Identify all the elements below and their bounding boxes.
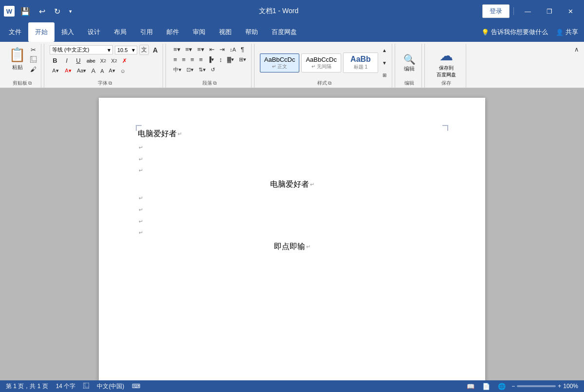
menu-help[interactable]: 帮助 bbox=[238, 22, 265, 42]
qat-customize-button[interactable]: ▾ bbox=[66, 7, 75, 16]
style-heading1[interactable]: AaBb 标题 1 bbox=[343, 53, 378, 73]
edit-button[interactable]: 🔍 编辑 bbox=[401, 52, 419, 74]
list-bullets-button[interactable]: ≡▾ bbox=[171, 45, 182, 54]
border-button[interactable]: ⊞▾ bbox=[237, 55, 248, 64]
menu-design[interactable]: 设计 bbox=[81, 22, 107, 42]
word-count: 14 个字 bbox=[56, 382, 76, 391]
paragraph-group: ≡▾ ≡▾ ≡▾ ⇤ ⇥ ↕A ¶ ≡ ≡ ≡ ≡ ▐▾ ↕ ▓▾ ⊞▾ bbox=[168, 44, 252, 88]
read-mode-button[interactable]: 📖 bbox=[465, 382, 476, 391]
para-border-button[interactable]: ⊡▾ bbox=[184, 66, 196, 74]
paste-icon: 📋 bbox=[9, 47, 26, 63]
font-case-button[interactable]: Aa▾ bbox=[75, 67, 88, 75]
ribbon-divider-2 bbox=[165, 44, 166, 88]
indent-increase-button[interactable]: ⇥ bbox=[218, 45, 227, 54]
zoom-slider[interactable] bbox=[517, 385, 556, 387]
print-layout-button[interactable]: 📄 bbox=[480, 382, 492, 391]
menu-layout[interactable]: 布局 bbox=[107, 22, 133, 42]
redo-button[interactable]: ↻ bbox=[51, 6, 63, 17]
menu-review[interactable]: 审阅 bbox=[186, 22, 212, 42]
style-normal[interactable]: AaBbCcDc ↵ 正文 bbox=[260, 53, 300, 72]
margin-corner-tr bbox=[442, 125, 448, 131]
rotate-button[interactable]: ↺ bbox=[209, 66, 217, 74]
menu-mailings[interactable]: 邮件 bbox=[160, 22, 186, 42]
align-right-button[interactable]: ≡ bbox=[188, 55, 196, 64]
wen-button[interactable]: 文 bbox=[139, 45, 149, 55]
menu-insert[interactable]: 插入 bbox=[55, 22, 81, 42]
font-size-increase[interactable]: A bbox=[89, 66, 97, 75]
copy-button[interactable]: ⿺ bbox=[29, 55, 38, 64]
share-button[interactable]: 👤 共享 bbox=[552, 22, 582, 42]
clear-format-button[interactable]: ✗ bbox=[120, 56, 129, 65]
text-color-button[interactable]: A▾ bbox=[62, 67, 74, 75]
word-icon: W bbox=[4, 6, 15, 17]
column-button[interactable]: ▐▾ bbox=[206, 55, 217, 64]
minimize-button[interactable]: — bbox=[518, 5, 538, 18]
language: 中文(中国) bbox=[97, 382, 124, 391]
tell-me-button[interactable]: 💡 告诉我你想要做什么 bbox=[477, 22, 552, 42]
shading-button[interactable]: ▓▾ bbox=[225, 55, 236, 64]
paste-button[interactable]: 📋 粘贴 bbox=[6, 45, 29, 73]
styles-scroll-up[interactable]: ▲ bbox=[380, 47, 389, 54]
italic-button[interactable]: I bbox=[61, 56, 72, 65]
quick-save-button[interactable]: 💾 bbox=[18, 6, 33, 17]
line-spacing-button[interactable]: ↕ bbox=[217, 55, 224, 64]
document-page[interactable]: 电脑爱好者 ↵ ↵ ↵ ↵ 电脑爱好者 ↵ ↵ ↵ bbox=[99, 98, 485, 380]
save-group: ☁ 保存到 百度网盘 保存 bbox=[427, 44, 466, 88]
menu-file[interactable]: 文件 bbox=[2, 22, 28, 42]
font-color2-button[interactable]: A▾ bbox=[107, 67, 117, 75]
style-heading1-label: 标题 1 bbox=[347, 64, 374, 71]
strikethrough-button[interactable]: abc bbox=[85, 57, 97, 65]
menu-home[interactable]: 开始 bbox=[28, 22, 55, 42]
font-size-arrow: ▾ bbox=[132, 47, 135, 53]
indent-decrease-button[interactable]: ⇤ bbox=[207, 45, 217, 54]
underline-button[interactable]: U bbox=[73, 56, 84, 65]
share-label: 共享 bbox=[566, 28, 578, 36]
menu-references[interactable]: 引用 bbox=[133, 22, 160, 42]
font-size-dropdown[interactable]: 10.5 ▾ bbox=[115, 46, 137, 54]
save-label: 保存到 百度网盘 bbox=[437, 65, 456, 78]
web-layout-button[interactable]: 🌐 bbox=[496, 382, 508, 391]
clipboard-expand-icon[interactable]: ⧉ bbox=[28, 80, 32, 86]
login-button[interactable]: 登录 bbox=[482, 4, 510, 18]
restore-button[interactable]: ❐ bbox=[540, 5, 559, 18]
font-A-button[interactable]: A bbox=[151, 45, 160, 55]
style-no-spacing[interactable]: AaBbCcDc ↵ 无间隔 bbox=[301, 53, 341, 72]
sort-button[interactable]: ↕A bbox=[228, 46, 238, 53]
ribbon-divider-1 bbox=[44, 44, 44, 88]
font-size-decrease[interactable]: A bbox=[98, 67, 106, 75]
doc-text-1: 电脑爱好者 bbox=[138, 127, 177, 141]
doc-line-2: ↵ bbox=[138, 143, 446, 153]
edit-label-group: 编辑 bbox=[404, 80, 414, 87]
search-icon: 🔍 bbox=[403, 53, 416, 65]
menu-baidu[interactable]: 百度网盘 bbox=[265, 22, 304, 42]
font-expand-icon[interactable]: ⧉ bbox=[109, 80, 112, 86]
undo-button[interactable]: ↩ bbox=[36, 6, 48, 17]
emoji-button[interactable]: ☺ bbox=[118, 67, 128, 75]
align-justify-button[interactable]: ≡ bbox=[197, 55, 205, 64]
cut-button[interactable]: ✂ bbox=[29, 46, 38, 54]
text-direction-button[interactable]: ⇅▾ bbox=[197, 66, 208, 74]
styles-scroll-down[interactable]: ▼ bbox=[380, 59, 389, 67]
font-size-value: 10.5 bbox=[117, 47, 128, 53]
subscript-button[interactable]: X2 bbox=[98, 57, 108, 65]
show-marks-button[interactable]: ¶ bbox=[239, 45, 246, 54]
superscript-button[interactable]: X2 bbox=[109, 57, 119, 65]
format-painter-button[interactable]: 🖌 bbox=[29, 65, 38, 73]
close-button[interactable]: ✕ bbox=[561, 5, 580, 18]
title-bar-center: 文档1 - Word bbox=[259, 7, 298, 16]
menu-view[interactable]: 视图 bbox=[212, 22, 238, 42]
styles-more[interactable]: ⊞ bbox=[380, 71, 389, 79]
multilevel-list-button[interactable]: ≡▾ bbox=[195, 45, 206, 54]
chinese-layout-button[interactable]: 中▾ bbox=[171, 65, 183, 74]
font-family-dropdown[interactable]: 等线 (中文正文) ▾ bbox=[50, 45, 113, 54]
paragraph-expand-icon[interactable]: ⧉ bbox=[213, 80, 217, 86]
collapse-ribbon-button[interactable]: ∧ bbox=[572, 45, 581, 54]
align-left-button[interactable]: ≡ bbox=[171, 55, 179, 64]
list-numbers-button[interactable]: ≡▾ bbox=[183, 45, 195, 54]
align-center-button[interactable]: ≡ bbox=[180, 55, 188, 64]
text-highlight-button[interactable]: A▾ bbox=[50, 67, 61, 75]
font-family-value: 等线 (中文正文) bbox=[52, 46, 89, 53]
styles-label: 样式 ⧉ bbox=[317, 80, 331, 87]
bold-button[interactable]: B bbox=[50, 56, 60, 65]
styles-expand-icon[interactable]: ⧉ bbox=[328, 80, 331, 86]
